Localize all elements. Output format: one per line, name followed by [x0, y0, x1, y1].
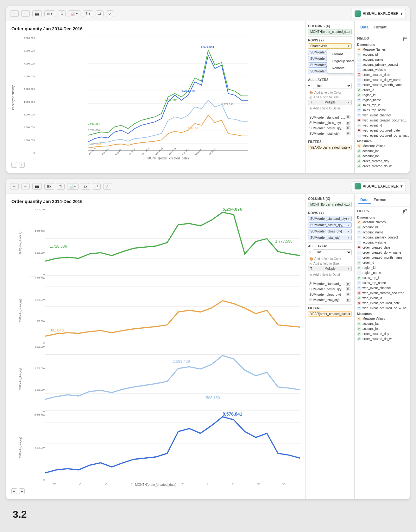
chart-type-button[interactable]: 📊▾ — [68, 10, 80, 17]
remove-menu-item[interactable]: Remove — [327, 65, 354, 71]
field-account-id[interactable]: # account_id — [356, 52, 408, 57]
field2-web-event-created[interactable]: 📅 web_event_created_occurred... — [356, 291, 408, 296]
field-account-lat[interactable]: # account_lat — [356, 149, 408, 154]
layout-button[interactable]: ⊞▾ — [44, 10, 55, 17]
field-web-event-created[interactable]: 📅 web_event_created_occurred... — [356, 118, 408, 123]
layer-type-select-2[interactable]: Line — [313, 249, 352, 255]
field2-region-id[interactable]: # region_id — [356, 265, 408, 270]
tab-data-2[interactable]: Data — [358, 196, 371, 204]
field2-account-name[interactable]: T account_name — [356, 230, 408, 235]
field-sales-rep-name[interactable]: T sales_rep_name — [356, 108, 408, 113]
field-web-event-occurred-dow[interactable]: T web_event_occurred_do_w_na... — [356, 133, 408, 138]
field-account-website[interactable]: T account_website — [356, 67, 408, 72]
visual-explorer-button-2[interactable]: VISUAL EXPLORER ▾ — [351, 182, 406, 191]
sum-row-0[interactable]: SUM(order_standard_q... R — [308, 115, 352, 120]
field-region-id[interactable]: # region_id — [356, 93, 408, 98]
field2-order-created-dow[interactable]: T order_created_do_w_name — [356, 250, 408, 255]
field-web-event-channel[interactable]: T web_event_channel — [356, 113, 408, 118]
back-button[interactable]: ← — [10, 10, 19, 17]
field2-order-created-month[interactable]: T order_created_month_name — [356, 255, 408, 260]
add-color-row-1[interactable]: 🎨 Add a field to Color — [308, 90, 352, 95]
sum-row2-0[interactable]: SUM(order_standard_q... R — [308, 281, 352, 286]
field-web-event-occurred[interactable]: 📅 web_event_occurred_date — [356, 128, 408, 133]
columns-pill-1[interactable]: MONTH(order_created_d... ▾ — [308, 29, 352, 34]
field2-measure-names[interactable]: ⊕ Measure Names — [356, 220, 408, 225]
ungroup-menu-item[interactable]: Ungroup shared axis — [327, 58, 354, 65]
field2-account-id[interactable]: # account_id — [356, 225, 408, 230]
row-pill-standard-2[interactable]: SUM(order_standard_qty) ▾ — [308, 216, 352, 221]
field2-account-lat[interactable]: # account_lat — [356, 321, 408, 326]
mark-pill-2[interactable]: T Multiple ▾ — [308, 266, 352, 271]
zoom-in-button-2[interactable]: + — [19, 488, 25, 494]
sort-button-2[interactable]: ⇅ — [57, 183, 65, 190]
shared-axis-pill[interactable]: Shared Axis 1 ▾ — [308, 43, 352, 49]
field-order-created-dow[interactable]: T order_created_do_w_name — [356, 77, 408, 83]
chart-type-button-2[interactable]: 📊▾ — [67, 183, 79, 190]
zoom-out-button-2[interactable]: − — [11, 488, 17, 494]
field2-sales-rep-name[interactable]: T sales_rep_name — [356, 281, 408, 286]
row-pill-total-2[interactable]: SUM(order_total_qty) ▾ — [308, 235, 352, 240]
row-pill-poster-2[interactable]: SUM(order_poster_qty) ▾ — [308, 222, 352, 228]
zoom-out-button[interactable]: − — [11, 162, 17, 168]
field2-order-created-dow-m[interactable]: # order_created_do_w — [356, 337, 408, 342]
format-menu-item[interactable]: Format... — [327, 51, 354, 58]
forward-button[interactable]: → — [21, 10, 30, 17]
field-account-primary[interactable]: T account_primary_contact — [356, 62, 408, 67]
field-web-event-id[interactable]: # web_event_id — [356, 123, 408, 128]
sigma-button[interactable]: Σ▾ — [83, 10, 93, 17]
visual-explorer-button[interactable]: VISUAL EXPLORER ▾ — [351, 9, 406, 18]
back-button-2[interactable]: ← — [10, 183, 19, 189]
sum-row-1[interactable]: SUM(order_gloss_qty) R — [308, 120, 352, 125]
field2-order-created-day[interactable]: # order_created_day — [356, 331, 408, 337]
forward-button-2[interactable]: → — [21, 183, 30, 189]
field2-web-event-id[interactable]: # web_event_id — [356, 296, 408, 301]
field2-web-event-occurred[interactable]: 📅 web_event_occurred_date — [356, 301, 408, 306]
sort-button[interactable]: ⇅ — [58, 10, 66, 17]
field2-account-website[interactable]: T account_website — [356, 240, 408, 245]
add-size-row-1[interactable]: ◎ Add a field to Size — [308, 95, 352, 100]
field2-sales-rep-id[interactable]: # sales_rep_id — [356, 275, 408, 281]
layer-type-select-1[interactable]: Line — [313, 83, 352, 89]
sigma-button-2[interactable]: Σ▾ — [81, 183, 90, 190]
expand-button-2[interactable]: ⤢ — [103, 183, 111, 190]
field-order-created-day[interactable]: # order_created_day — [356, 159, 408, 164]
sum-row-2[interactable]: SUM(order_poster_qty) R — [308, 126, 352, 131]
field2-order-created-date[interactable]: 📅 order_created_date — [356, 245, 408, 250]
field2-web-event-channel[interactable]: T web_event_channel — [356, 286, 408, 291]
field-order-id[interactable]: # order_id — [356, 88, 408, 93]
move-button-2[interactable]: ⇄ — [93, 183, 101, 190]
row-pill-gloss-2[interactable]: SUM(order_gloss_qty) ▾ — [308, 229, 352, 234]
snapshot-button[interactable]: 📷 — [32, 10, 42, 17]
add-detail-row-1[interactable]: ⊕ Add a field to Detail — [308, 106, 352, 111]
expand-button[interactable]: ⤢ — [106, 10, 114, 17]
field-order-created-dow[interactable]: # order_created_do_w — [356, 164, 408, 169]
field2-account-primary[interactable]: T account_primary_contact — [356, 235, 408, 240]
field-sales-rep-id[interactable]: # sales_rep_id — [356, 103, 408, 108]
field-measure-values[interactable]: ⊕ Measure Values — [356, 144, 408, 149]
tab-format-2[interactable]: Format — [371, 196, 389, 204]
add-detail-row-2[interactable]: ⊕ Add a field to Detail — [308, 272, 352, 277]
layout-button-2[interactable]: ⊞▾ — [44, 183, 54, 190]
filter-pill-1[interactable]: YEAR(order_created_date) ▾ — [308, 145, 352, 150]
field2-web-event-occurred-dow[interactable]: T web_event_occurred_do_w_na... — [356, 306, 408, 311]
field2-region-name[interactable]: T region_name — [356, 270, 408, 275]
columns-pill-2[interactable]: MONTH(order_created_d... ▾ — [308, 202, 352, 207]
sum-row2-1[interactable]: SUM(order_poster_qty) R — [308, 287, 352, 292]
field-order-created-date[interactable]: 📅 order_created_date — [356, 72, 408, 77]
field-region-name[interactable]: T region_name — [356, 98, 408, 103]
zoom-in-button[interactable]: + — [19, 162, 25, 168]
sum-row2-2[interactable]: SUM(order_gloss_qty) R — [308, 292, 352, 297]
field-account-name[interactable]: T account_name — [356, 57, 408, 62]
field2-account-lon[interactable]: # account_lon — [356, 326, 408, 331]
field2-measure-values[interactable]: ⊕ Measure Values — [356, 316, 408, 321]
filter-pill-2[interactable]: YEAR(order_created_date) ▾ — [308, 311, 352, 317]
tab-data-1[interactable]: Data — [358, 24, 371, 31]
tab-format-1[interactable]: Format — [371, 24, 389, 31]
add-size-row-2[interactable]: ◎ Add a field to Size — [308, 261, 352, 266]
field-account-lon[interactable]: # account_lon — [356, 154, 408, 159]
sum-row-3[interactable]: SUM(order_total_qty) R — [308, 131, 352, 136]
sum-row2-3[interactable]: SUM(order_total_qty) R — [308, 297, 352, 302]
move-button[interactable]: ⇄ — [96, 10, 104, 17]
add-color-row-2[interactable]: 🎨 Add a field to Color — [308, 257, 352, 261]
snapshot-button-2[interactable]: 📷 — [32, 183, 42, 190]
